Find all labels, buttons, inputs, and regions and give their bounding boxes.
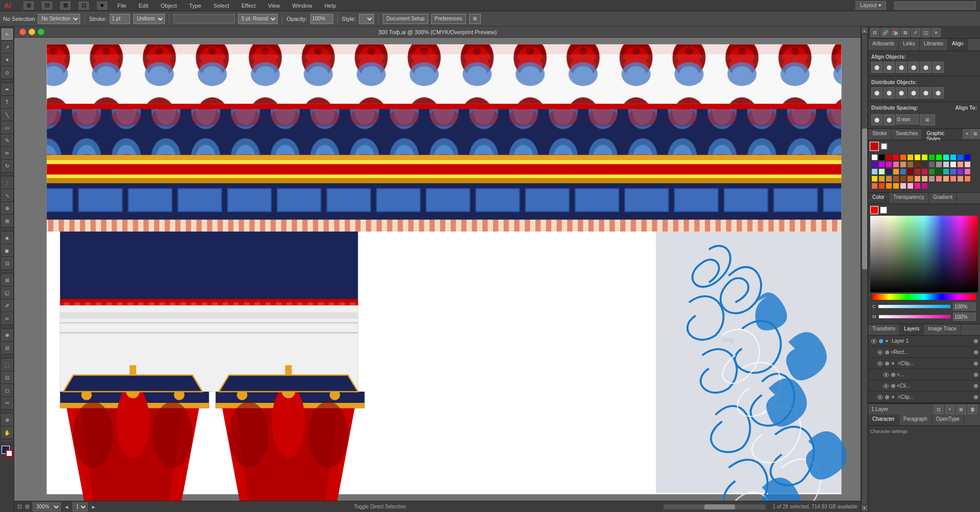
align-top[interactable]: ⬤ xyxy=(908,62,919,73)
swatch-41[interactable] xyxy=(964,168,971,175)
hue-slider[interactable] xyxy=(872,294,976,300)
selection-select[interactable]: No Selection xyxy=(38,14,80,24)
tool-lasso[interactable]: ⊙ xyxy=(2,67,13,78)
color-gradient-picker[interactable] xyxy=(870,216,978,292)
menu-object[interactable]: Object xyxy=(159,2,179,10)
menu-icon-2[interactable]: ⊟ xyxy=(42,2,52,10)
layer-visibility-3[interactable] xyxy=(883,371,890,378)
tab-paragraph[interactable]: Paragraph xyxy=(899,415,932,425)
swatch-37[interactable] xyxy=(936,168,942,175)
panel-icon-pathfinder[interactable]: ◫ xyxy=(921,28,930,37)
swatch-13[interactable] xyxy=(964,154,971,161)
swatch-62[interactable] xyxy=(914,183,921,189)
menu-icon-4[interactable]: ⊡ xyxy=(79,2,89,10)
tool-width[interactable]: ⊕ xyxy=(2,202,13,214)
v-scrollbar-track[interactable] xyxy=(862,35,867,504)
layer-expand-arrow-5[interactable]: ▼ xyxy=(891,395,895,400)
menu-help[interactable]: Help xyxy=(323,2,338,10)
close-btn[interactable] xyxy=(19,29,26,35)
swatch-15[interactable] xyxy=(878,161,885,168)
tool-eyedropper[interactable]: ✐ xyxy=(2,300,13,311)
tool-live-paint[interactable]: ◉ xyxy=(2,245,13,256)
swatch-6[interactable] xyxy=(914,154,921,161)
layer-expand-arrow-2[interactable]: ▼ xyxy=(891,361,895,366)
swatch-19[interactable] xyxy=(907,161,914,168)
swatch-44[interactable] xyxy=(886,175,892,182)
h-scrollbar-thumb[interactable] xyxy=(704,504,735,509)
swatch-7[interactable] xyxy=(921,154,928,161)
swatch-42[interactable] xyxy=(871,175,878,182)
panel-icon-artboards[interactable]: ⊟ xyxy=(870,28,879,37)
layer-target-0[interactable] xyxy=(974,339,978,343)
layer-row-1[interactable]: <Rect... xyxy=(868,347,980,358)
create-new-sublayer[interactable]: + xyxy=(945,405,954,414)
swatch-48[interactable] xyxy=(914,175,921,182)
dist-right[interactable]: ⬤ xyxy=(896,87,907,98)
tab-transparency[interactable]: Transparency xyxy=(889,193,929,203)
menu-file[interactable]: File xyxy=(115,2,129,10)
dist-top[interactable]: ⬤ xyxy=(908,87,919,98)
layer-target-5[interactable] xyxy=(974,395,978,399)
swatch-grid-view[interactable]: ⊞ xyxy=(971,129,980,138)
swatch-47[interactable] xyxy=(907,175,914,182)
swatch-43[interactable] xyxy=(878,175,885,182)
fill-indicator[interactable] xyxy=(870,142,879,151)
swatch-29[interactable] xyxy=(878,168,885,175)
align-center-h[interactable]: ⬤ xyxy=(884,62,895,73)
tool-slice[interactable]: ⊡ xyxy=(2,372,13,383)
tab-character[interactable]: Character xyxy=(868,415,899,425)
swatch-25[interactable] xyxy=(950,161,957,168)
tab-stroke[interactable]: Stroke xyxy=(868,129,892,140)
swatch-63[interactable] xyxy=(921,183,928,189)
tool-paintbrush[interactable]: ✎ xyxy=(2,135,13,146)
create-new-layer[interactable]: ⊞ xyxy=(957,405,966,414)
space-h[interactable]: ⬤ xyxy=(871,114,883,125)
swatch-52[interactable] xyxy=(943,175,949,182)
scroll-up-arrow[interactable]: ▲ xyxy=(862,28,868,34)
panel-icon-transform[interactable]: ⤢ xyxy=(911,28,920,37)
layer-row-5[interactable]: ▼<Clip... xyxy=(868,392,980,403)
tab-color[interactable]: Color xyxy=(868,193,889,203)
space-v[interactable]: ⬤ xyxy=(884,114,895,125)
swatch-58[interactable] xyxy=(886,183,892,189)
doc-setup-button[interactable]: Document Setup xyxy=(383,14,428,24)
swatch-5[interactable] xyxy=(907,154,914,161)
preferences-button[interactable]: Preferences xyxy=(431,14,466,24)
spacing-input[interactable] xyxy=(896,114,919,124)
tab-links[interactable]: Links xyxy=(899,39,919,50)
swatch-51[interactable] xyxy=(936,175,942,182)
maximize-btn[interactable] xyxy=(38,29,44,35)
tab-transform[interactable]: Transform xyxy=(868,324,900,335)
swatch-17[interactable] xyxy=(893,161,899,168)
style-select[interactable] xyxy=(359,14,374,24)
swatch-8[interactable] xyxy=(928,154,935,161)
canvas-area[interactable]: 300 Тоф.ai @ 300% (CMYK/Overprint Previe… xyxy=(14,27,861,512)
stroke-input[interactable]: 1 pt xyxy=(110,14,130,24)
c-value[interactable]: 100% xyxy=(953,302,976,311)
swatch-34[interactable] xyxy=(914,168,921,175)
tab-image-trace[interactable]: Image Trace xyxy=(924,324,961,335)
canvas-container[interactable]: zing ⊡ ⊞ 300% 200% 150% 100% xyxy=(14,38,861,512)
layer-visibility-2[interactable] xyxy=(876,360,884,367)
layer-target-2[interactable] xyxy=(974,362,978,366)
align-right[interactable]: ⬤ xyxy=(896,62,907,73)
layer-target-1[interactable] xyxy=(974,350,978,354)
brush-select[interactable]: 5 pt. Round xyxy=(238,14,278,24)
menu-select[interactable]: Select xyxy=(211,2,231,10)
tab-libraries[interactable]: Libraries xyxy=(920,39,948,50)
tab-gradient[interactable]: Gradient xyxy=(929,193,957,203)
c-slider[interactable] xyxy=(878,304,951,309)
menu-icon-1[interactable]: ⊞ xyxy=(23,2,34,10)
m-value[interactable]: 100% xyxy=(953,313,976,321)
tab-swatches[interactable]: Swatches xyxy=(892,129,922,140)
swatch-61[interactable] xyxy=(907,183,914,189)
layer-row-2[interactable]: ▼<Clip... xyxy=(868,358,980,369)
m-slider[interactable] xyxy=(878,315,951,319)
tool-type[interactable]: T xyxy=(2,96,13,108)
swatch-32[interactable] xyxy=(900,168,906,175)
menu-icon-5[interactable]: ★ xyxy=(97,2,107,10)
swatch-56[interactable] xyxy=(871,183,878,189)
tool-symbol[interactable]: ❋ xyxy=(2,329,13,341)
swatch-57[interactable] xyxy=(878,183,885,189)
tool-line[interactable]: ╲ xyxy=(2,109,13,120)
